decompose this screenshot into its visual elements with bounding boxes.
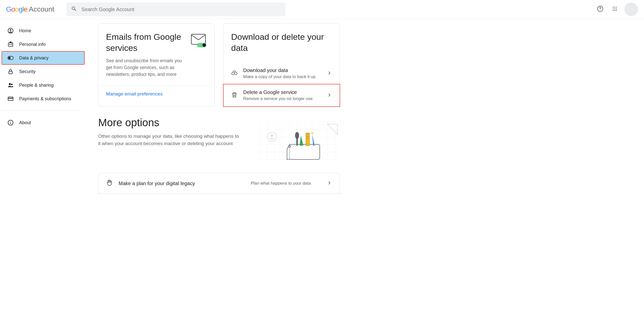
digital-legacy-row[interactable]: Make a plan for your digital legacy Plan… <box>98 173 340 194</box>
search-icon <box>71 6 77 13</box>
option-sub: Remove a service you no longer use <box>243 96 321 101</box>
svg-rect-44 <box>296 137 298 146</box>
digital-legacy-title: Make a plan for your digital legacy <box>119 181 195 186</box>
manage-email-preferences-link[interactable]: Manage email preferences <box>106 91 163 96</box>
sidebar-item-about[interactable]: About <box>0 116 86 129</box>
people-icon <box>8 82 14 88</box>
chevron-right-icon <box>327 180 332 187</box>
more-options-desc: Other options to manage your data, like … <box>98 133 239 147</box>
svg-point-19 <box>9 57 10 59</box>
emails-card: Emails from Google services See and unsu… <box>98 23 215 107</box>
download-delete-title: Download or delete your data <box>231 31 332 53</box>
svg-point-3 <box>614 7 615 8</box>
svg-point-21 <box>9 83 11 85</box>
main-content: Emails from Google services See and unsu… <box>86 19 352 198</box>
chevron-right-icon <box>327 92 332 99</box>
svg-point-27 <box>10 121 11 122</box>
email-toggle-icon <box>191 34 207 48</box>
svg-rect-14 <box>10 42 11 43</box>
svg-rect-23 <box>8 97 13 101</box>
svg-point-5 <box>613 8 614 9</box>
toolbox-illustration <box>259 122 340 163</box>
info-icon <box>8 120 14 126</box>
svg-point-35 <box>271 134 273 137</box>
sidebar-item-people-sharing[interactable]: People & sharing <box>0 78 86 92</box>
apps-grid-icon <box>612 6 618 13</box>
svg-point-2 <box>613 7 614 8</box>
svg-point-9 <box>614 10 615 11</box>
download-your-data-row[interactable]: Download your data Make a copy of your d… <box>231 62 332 84</box>
google-account-logo[interactable]: Google Account <box>6 5 54 13</box>
sidebar-item-label: Payments & subscriptions <box>19 96 71 102</box>
sidebar: Home Personal info Data & privacy Securi… <box>0 19 86 198</box>
home-icon <box>8 28 14 34</box>
hand-icon <box>106 179 113 187</box>
delete-google-service-row[interactable]: Delete a Google service Remove a service… <box>223 84 340 107</box>
svg-rect-13 <box>8 43 13 46</box>
svg-point-1 <box>600 10 600 11</box>
svg-point-10 <box>616 10 617 11</box>
emails-card-desc: See and unsubscribe from emails you get … <box>106 57 189 78</box>
chevron-right-icon <box>327 70 332 77</box>
svg-point-22 <box>11 84 13 85</box>
svg-point-30 <box>202 43 206 47</box>
cloud-download-icon <box>231 70 238 77</box>
help-button[interactable] <box>595 4 605 14</box>
sidebar-item-label: About <box>19 120 31 125</box>
lock-icon <box>8 69 14 75</box>
option-title: Delete a Google service <box>243 89 321 95</box>
card-icon <box>8 96 14 102</box>
sidebar-item-label: People & sharing <box>19 83 54 88</box>
account-label: Account <box>29 5 54 13</box>
sidebar-item-security[interactable]: Security <box>0 65 86 78</box>
sidebar-item-personal-info[interactable]: Personal info <box>0 38 86 51</box>
sidebar-item-label: Security <box>19 69 35 74</box>
download-delete-card: Download or delete your data Download yo… <box>223 23 340 107</box>
sidebar-item-label: Home <box>19 28 31 34</box>
help-icon <box>597 6 603 13</box>
more-options-heading: More options <box>98 117 249 129</box>
svg-rect-38 <box>306 133 309 146</box>
sidebar-item-label: Personal info <box>19 42 46 47</box>
svg-rect-36 <box>290 144 320 159</box>
header: Google Account <box>0 0 644 19</box>
apps-button[interactable] <box>610 4 620 14</box>
svg-point-15 <box>9 44 10 45</box>
trash-icon <box>231 92 238 99</box>
svg-rect-20 <box>9 71 12 74</box>
svg-point-12 <box>10 29 11 31</box>
search-box[interactable] <box>66 3 285 16</box>
sidebar-divider <box>0 111 86 111</box>
toggle-icon <box>8 55 14 61</box>
svg-point-4 <box>616 7 617 8</box>
id-card-icon <box>8 41 14 47</box>
google-logo-text: Google <box>6 5 27 13</box>
sidebar-item-label: Data & privacy <box>19 55 49 61</box>
option-sub: Make a copy of your data to back it up <box>243 74 321 79</box>
svg-point-8 <box>613 10 614 11</box>
avatar[interactable] <box>624 3 638 16</box>
svg-point-7 <box>616 8 617 9</box>
svg-point-6 <box>614 8 615 9</box>
digital-legacy-desc: Plan what happens to your data <box>251 181 311 186</box>
sidebar-item-payments[interactable]: Payments & subscriptions <box>0 92 86 106</box>
search-input[interactable] <box>82 7 281 12</box>
sidebar-item-home[interactable]: Home <box>0 24 86 38</box>
option-title: Download your data <box>243 68 321 73</box>
sidebar-item-data-privacy[interactable]: Data & privacy <box>2 51 85 65</box>
